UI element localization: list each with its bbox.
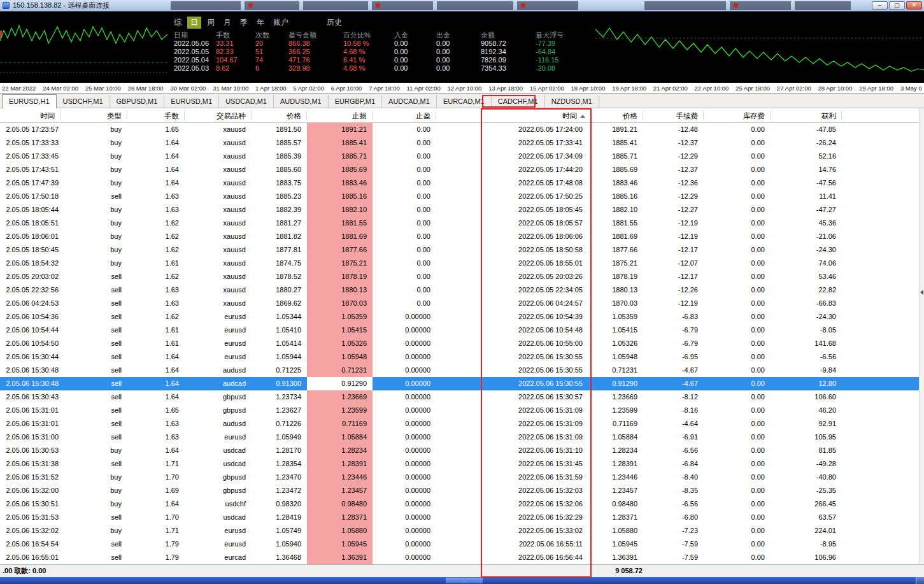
tab-eurgbp-m1[interactable]: EURGBP,M1 — [329, 95, 382, 108]
column-header-close-price[interactable]: 价格 — [591, 108, 643, 122]
summary-tab-历史[interactable]: 历史 — [327, 17, 342, 28]
cell-filler — [842, 310, 919, 324]
history-row[interactable]: 2.05.06 15:30:48sell1.64audusd0.712250.7… — [0, 364, 919, 377]
history-row[interactable]: 2.05.06 15:31:52buy1.70gbpusd1.234701.23… — [0, 471, 919, 484]
tab-audcad-m1[interactable]: AUDCAD,M1 — [382, 95, 437, 108]
tab-usdchf-m1[interactable]: USDCHF,M1 — [57, 95, 110, 108]
summary-tab-月[interactable]: 月 — [224, 17, 231, 28]
summary-column-header: 日期 — [174, 31, 216, 39]
cell-stop-loss: 1875.21 — [307, 257, 373, 270]
column-header-take-profit[interactable]: 止盈 — [373, 108, 436, 122]
history-row[interactable]: 2.05.06 15:32:02buy1.71eurusd1.057491.05… — [0, 524, 919, 538]
history-row[interactable]: 2.05.06 15:32:00buy1.69gbpusd1.234721.23… — [0, 484, 919, 497]
history-row[interactable]: 2.05.05 18:05:44buy1.63xauusd1882.391882… — [0, 203, 919, 217]
column-header-stop-loss[interactable]: 止损 — [307, 108, 373, 122]
cell-stop-loss: 0.71169 — [307, 417, 373, 431]
tab-nzdusd-m1[interactable]: NZDUSD,M1 — [545, 95, 599, 108]
column-header-type[interactable]: 类型 — [60, 108, 127, 122]
cell-commission: -12.37 — [643, 163, 704, 176]
history-row[interactable]: 2.05.06 15:31:38sell1.71usdcad1.283541.2… — [0, 457, 919, 471]
history-row[interactable]: 2.05.05 18:06:01buy1.62xauusd1881.821881… — [0, 230, 919, 243]
history-row[interactable]: 2.05.05 17:23:57buy1.65xauusd1891.501891… — [0, 123, 919, 136]
minimize-button[interactable]: – — [872, 1, 888, 10]
history-row[interactable]: 2.05.05 17:33:45buy1.64xauusd1885.391885… — [0, 150, 919, 163]
summary-cell: 4.68 % — [343, 64, 394, 73]
column-header-lots[interactable]: 手数 — [127, 108, 185, 122]
taskbar[interactable]: ... — [0, 577, 924, 584]
vertical-scrollbar[interactable] — [919, 108, 924, 564]
cell-close-time: 2022.05.05 17:33:41 — [436, 136, 591, 150]
time-axis-label: 31 Mar 10:00 — [213, 85, 248, 92]
column-header-label: 时间 — [40, 112, 55, 120]
close-button[interactable]: ✕ — [906, 1, 922, 10]
cell-swap: 0.00 — [704, 123, 771, 136]
tab-gbpusd-m1[interactable]: GBPUSD,M1 — [110, 95, 165, 108]
history-row[interactable]: 2.05.06 16:55:01sell1.79eurcad1.364681.3… — [0, 551, 919, 564]
summary-tab-日[interactable]: 日 — [187, 17, 201, 29]
tab-usdcad-m1[interactable]: USDCAD,M1 — [219, 95, 274, 108]
history-row[interactable]: 2.05.06 04:24:53sell1.63xauusd1869.62187… — [0, 297, 919, 310]
history-row[interactable]: 2.05.05 20:03:02sell1.62xauusd1878.52187… — [0, 270, 919, 283]
summary-tab-年[interactable]: 年 — [257, 17, 264, 28]
tab-eurusd-m1[interactable]: EURUSD,M1 — [164, 95, 219, 108]
cell-stop-loss: 1.28391 — [307, 457, 373, 471]
history-row[interactable]: 2.05.05 18:05:51buy1.62xauusd1881.271881… — [0, 217, 919, 230]
history-row[interactable]: 2.05.06 15:31:01sell1.65gbpusd1.236271.2… — [0, 404, 919, 417]
taskbar-button[interactable]: ... — [446, 578, 483, 583]
history-row[interactable]: 2.05.05 22:32:56sell1.63xauusd1880.27188… — [0, 283, 919, 297]
show-desktop-button[interactable] — [916, 577, 924, 584]
summary-tab-账户[interactable]: 账户 — [273, 17, 288, 28]
summary-cell: 0.00 — [394, 39, 436, 48]
cell-filler — [842, 417, 919, 431]
history-row[interactable]: 2.05.05 18:50:45buy1.62xauusd1877.811877… — [0, 243, 919, 257]
tab-audusd-m1[interactable]: AUDUSD,M1 — [274, 95, 329, 108]
cell-lots: 1.65 — [127, 123, 185, 136]
cell-take-profit: 0.00000 — [373, 511, 436, 524]
column-header-commission[interactable]: 手续费 — [643, 108, 704, 122]
summary-tab-综[interactable]: 综 — [174, 17, 181, 28]
history-row[interactable]: 2.05.06 10:54:36sell1.62eurusd1.053441.0… — [0, 310, 919, 324]
history-row[interactable]: 2.05.05 17:33:33buy1.64xauusd1885.571885… — [0, 136, 919, 150]
history-row[interactable]: 2.05.06 16:54:54sell1.79eurusd1.059401.0… — [0, 538, 919, 551]
history-row[interactable]: 2.05.05 17:50:18sell1.63xauusd1885.23188… — [0, 190, 919, 203]
cell-open-time: 2.05.06 15:30:48 — [0, 364, 60, 377]
summary-cell: 8192.34 — [481, 48, 536, 56]
history-row[interactable]: 2.05.06 15:31:53sell1.70usdcad1.284191.2… — [0, 511, 919, 524]
tab-eurcad-m1[interactable]: EURCAD,M1 — [437, 95, 492, 108]
summary-tab-季[interactable]: 季 — [240, 17, 248, 28]
time-axis-label: 21 Apr 02:00 — [653, 85, 688, 92]
column-header-close-time[interactable]: 时间 — [436, 108, 591, 122]
cell-take-profit: 0.00 — [373, 230, 436, 243]
history-row[interactable]: 2.05.06 15:30:43sell1.64gbpusd1.237341.2… — [0, 390, 919, 404]
column-header-open-price[interactable]: 价格 — [252, 108, 307, 122]
history-row[interactable]: 2.05.06 15:30:48sell1.64audcad0.913000.9… — [0, 377, 919, 390]
cell-lots: 1.63 — [127, 283, 185, 297]
summary-column-header: 出金 — [436, 31, 481, 39]
history-row[interactable]: 2.05.05 17:47:39buy1.64xauusd1883.751883… — [0, 176, 919, 190]
tab-eurusd-h1[interactable]: EURUSD,H1 — [2, 94, 57, 108]
summary-tab-周[interactable]: 周 — [207, 17, 215, 28]
cell-open-time: 2.05.06 16:55:01 — [0, 551, 60, 564]
cell-close-price: 1.05884 — [591, 431, 643, 444]
title-bar[interactable]: 150.158.138.82 - 远程桌面连接 – ▢ ✕ — [0, 0, 924, 11]
history-row[interactable]: 2.05.05 18:54:32buy1.61xauusd1874.751875… — [0, 257, 919, 270]
history-row[interactable]: 2.05.06 10:54:44sell1.61eurusd1.054101.0… — [0, 324, 919, 337]
history-row[interactable]: 2.05.06 15:30:53buy1.64usdcad1.281701.28… — [0, 444, 919, 457]
cell-lots: 1.70 — [127, 471, 185, 484]
tab-cadchf-m1[interactable]: CADCHF,M1 — [492, 95, 545, 108]
column-header-swap[interactable]: 库存费 — [704, 108, 771, 122]
history-row[interactable]: 2.05.05 17:43:51buy1.64xauusd1885.601885… — [0, 163, 919, 176]
cell-stop-loss: 0.98480 — [307, 497, 373, 511]
cell-lots: 1.63 — [127, 431, 185, 444]
history-row[interactable]: 2.05.06 15:30:44sell1.64eurusd1.059441.0… — [0, 350, 919, 364]
history-row[interactable]: 2.05.06 15:31:01sell1.63audusd0.712260.7… — [0, 417, 919, 431]
history-row[interactable]: 2.05.06 15:30:51buy1.64usdchf0.983200.98… — [0, 497, 919, 511]
cell-swap: 0.00 — [704, 283, 771, 297]
history-row[interactable]: 2.05.06 15:31:00sell1.63eurusd1.059491.0… — [0, 431, 919, 444]
column-header-symbol[interactable]: 交易品种 — [185, 108, 252, 122]
cell-profit: 12.80 — [771, 377, 842, 390]
history-row[interactable]: 2.05.06 10:54:50sell1.61eurusd1.054141.0… — [0, 337, 919, 350]
column-header-profit[interactable]: 获利 — [771, 108, 842, 122]
maximize-button[interactable]: ▢ — [889, 1, 905, 10]
column-header-open-time[interactable]: 时间 — [0, 108, 60, 122]
